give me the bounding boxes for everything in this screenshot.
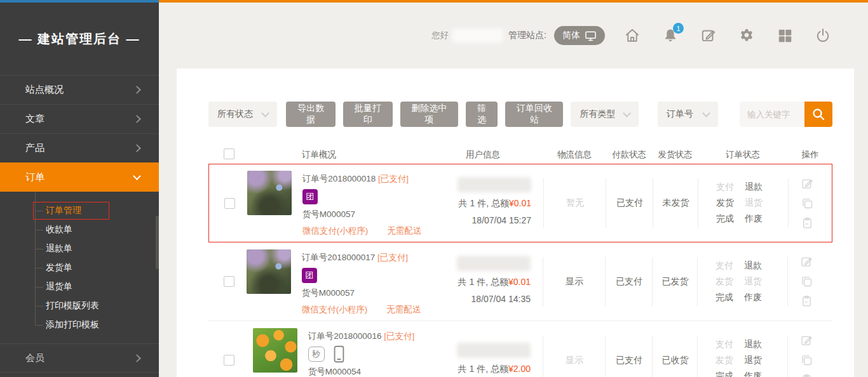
- logistics-value[interactable]: 显示: [566, 276, 583, 288]
- phone-icon: [334, 345, 344, 363]
- sidebar-item-members[interactable]: 会员: [0, 343, 159, 373]
- chevron-down-icon: [262, 109, 270, 117]
- orders-toolbar: 所有状态 导出数据 批量打印 删除选中项 筛选 订单回收站 所有类型 订单号: [208, 102, 832, 127]
- clipboard-note-icon[interactable]: [800, 373, 813, 377]
- row-checkbox[interactable]: [224, 276, 234, 287]
- link-complete[interactable]: 完成: [715, 292, 744, 303]
- product-image: [247, 249, 291, 294]
- sidebar-item-label: 订单: [25, 171, 44, 183]
- monitor-icon: [585, 30, 597, 41]
- order-total-label: 共 1 件, 总额: [458, 277, 508, 287]
- redacted-username: [452, 29, 503, 43]
- clipboard-note-icon[interactable]: [800, 294, 813, 308]
- settings-gear-icon[interactable]: [738, 27, 755, 44]
- sidebar-item-orders[interactable]: 订单: [0, 162, 159, 192]
- apps-grid-icon[interactable]: [776, 27, 793, 44]
- row-checkbox[interactable]: [224, 355, 234, 366]
- submenu-item-shipping-orders[interactable]: 发货单: [0, 258, 159, 277]
- link-pay[interactable]: 支付: [716, 182, 745, 193]
- link-complete[interactable]: 完成: [716, 213, 745, 225]
- payment-status-value: 已支付: [616, 355, 642, 366]
- sidebar-item-products[interactable]: 产品: [0, 133, 159, 162]
- link-pay[interactable]: 支付: [715, 339, 744, 350]
- copy-order-icon[interactable]: [801, 197, 814, 210]
- notifications-bell-icon[interactable]: 1: [662, 27, 679, 44]
- export-data-button[interactable]: 导出数据: [286, 102, 336, 127]
- order-number: 订单号2018000017: [302, 253, 376, 262]
- order-recycle-bin-button[interactable]: 订单回收站: [505, 102, 563, 127]
- home-icon[interactable]: [624, 27, 641, 44]
- link-pay[interactable]: 支付: [715, 260, 744, 272]
- order-datetime: 18/07/04 15:27: [472, 212, 531, 229]
- link-refund[interactable]: 退款: [744, 260, 773, 272]
- clipboard-note-icon[interactable]: [801, 216, 814, 230]
- copy-order-icon[interactable]: [800, 354, 813, 367]
- payment-method: 微信支付(小程序): [302, 226, 369, 235]
- link-void[interactable]: 作废: [744, 292, 773, 303]
- filter-button[interactable]: 筛选: [466, 102, 498, 127]
- status-filter-select[interactable]: 所有状态: [208, 102, 277, 127]
- type-filter-value: 所有类型: [580, 109, 615, 120]
- link-return[interactable]: 退货: [744, 276, 773, 288]
- order-total-value: ¥0.01: [509, 198, 531, 208]
- link-void[interactable]: 作废: [745, 213, 773, 225]
- link-ship[interactable]: 发货: [716, 197, 745, 209]
- chevron-down-icon: [623, 109, 631, 117]
- header-logistics: 物流信息: [543, 149, 606, 161]
- paid-tag: [已支付]: [378, 174, 409, 183]
- redacted-customer-name: [458, 177, 531, 192]
- submenu-item-print-template-list[interactable]: 打印模版列表: [0, 296, 159, 315]
- order-type-badge: 团: [302, 189, 318, 204]
- sidebar-scrollbar[interactable]: [156, 216, 159, 269]
- edit-order-icon[interactable]: [801, 177, 814, 190]
- link-ship[interactable]: 发货: [715, 355, 744, 366]
- logistics-value[interactable]: 暂无: [566, 197, 584, 209]
- search-button[interactable]: [804, 102, 832, 127]
- app-logo: — 建站管理后台 —: [0, 3, 159, 75]
- logout-power-icon[interactable]: [815, 27, 831, 44]
- link-ship[interactable]: 发货: [715, 276, 744, 288]
- product-image: [247, 171, 292, 215]
- selection-annotation-box: [33, 202, 109, 220]
- link-return[interactable]: 退货: [744, 355, 773, 366]
- logistics-value[interactable]: 显示: [566, 355, 583, 366]
- header-actions: 操作: [788, 149, 832, 161]
- submenu-item-receipts[interactable]: 收款单: [0, 220, 159, 239]
- submenu-item-add-print-template[interactable]: 添加打印模板: [0, 315, 159, 334]
- language-switch-button[interactable]: 简体: [554, 26, 605, 45]
- delete-selected-button[interactable]: 删除选中项: [400, 102, 458, 127]
- language-label: 简体: [562, 30, 580, 41]
- search-icon: [811, 107, 826, 122]
- row-checkbox[interactable]: [224, 198, 235, 209]
- copy-order-icon[interactable]: [800, 275, 813, 288]
- search-field-select[interactable]: 订单号: [658, 102, 718, 127]
- link-void[interactable]: 作废: [744, 371, 773, 377]
- sidebar-item-site-overview[interactable]: 站点概况: [0, 75, 159, 104]
- submenu-item-order-management[interactable]: 订单管理: [0, 201, 159, 220]
- submenu-item-return-orders[interactable]: 退货单: [0, 277, 159, 296]
- payment-status-value: 已支付: [616, 197, 643, 209]
- batch-print-button[interactable]: 批量打印: [343, 102, 393, 127]
- orders-panel: 所有状态 导出数据 批量打印 删除选中项 筛选 订单回收站 所有类型 订单号 订…: [177, 69, 854, 377]
- submenu-item-refund-orders[interactable]: 退款单: [0, 239, 159, 258]
- link-return[interactable]: 退货: [745, 197, 773, 209]
- keyword-input[interactable]: [740, 102, 804, 127]
- order-type-badge: 团: [302, 268, 317, 283]
- link-refund[interactable]: 退款: [744, 339, 773, 350]
- link-complete[interactable]: 完成: [715, 371, 744, 377]
- sidebar-item-articles[interactable]: 文章: [0, 104, 159, 133]
- select-all-checkbox[interactable]: [224, 149, 234, 159]
- compose-edit-icon[interactable]: [700, 27, 717, 44]
- type-filter-select[interactable]: 所有类型: [571, 102, 639, 127]
- chevron-right-icon: [133, 354, 141, 362]
- order-total-label: 共 1 件, 总额: [459, 198, 509, 208]
- manage-site-label: 管理站点:: [508, 30, 546, 41]
- order-number: 订单号2018000018: [302, 174, 376, 183]
- link-refund[interactable]: 退款: [745, 182, 773, 193]
- edit-order-icon[interactable]: [800, 334, 813, 347]
- table-header: 订单概况 用户信息 物流信息 付款状态 发货状态 订单状态 操作: [208, 146, 832, 164]
- payment-method: 微信支付(小程序): [302, 305, 368, 314]
- submenu-item-label: 退款单: [46, 243, 72, 255]
- content-top-strip: [159, 0, 868, 3]
- edit-order-icon[interactable]: [800, 255, 813, 268]
